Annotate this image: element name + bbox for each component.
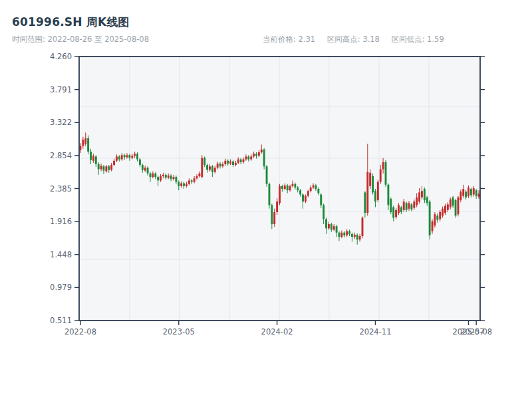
candle-body [287, 186, 289, 190]
candle-body [348, 231, 350, 234]
candle-body [408, 203, 410, 208]
candle-body [186, 184, 188, 186]
candle-body [380, 169, 382, 182]
candle-body [297, 188, 299, 190]
y-tick-label: 0.511 [50, 316, 72, 325]
candle-body [175, 177, 177, 182]
candle-body [432, 221, 434, 231]
candle-body [160, 176, 162, 180]
candle-body [261, 150, 263, 152]
candle-body [406, 203, 408, 210]
candle-body [317, 189, 319, 193]
candle-body [465, 192, 467, 197]
candle-body [126, 155, 128, 157]
candle-body [426, 198, 428, 203]
candle-body [281, 186, 283, 189]
x-tick-label: 2023-05 [163, 327, 195, 336]
kline-page: 601996.SH 周K线图 时间范围: 2022-08-26 至 2025-0… [0, 0, 532, 399]
candle-body [170, 176, 172, 179]
candle-body [150, 174, 152, 177]
candle-body [113, 161, 115, 165]
candle-body [263, 150, 265, 166]
candle-body [359, 236, 361, 239]
candle-body [447, 204, 449, 209]
x-tick-label: 2025-08 [460, 327, 492, 336]
candle-body [294, 184, 296, 188]
candle-body [403, 201, 405, 210]
candle-body [180, 184, 182, 186]
candle-body [194, 178, 196, 182]
y-tick-label: 1.448 [50, 250, 72, 259]
candle-body [410, 204, 412, 209]
candle-body [191, 180, 193, 182]
candle-body [273, 212, 275, 224]
candle-body [343, 233, 345, 235]
candle-body [302, 195, 304, 202]
candle-body [310, 188, 312, 191]
candle-body [299, 190, 301, 194]
candle-body [203, 158, 205, 165]
candle-body [307, 191, 309, 196]
candle-body [315, 186, 317, 189]
candle-body [351, 234, 353, 237]
candle-body [340, 233, 342, 237]
y-tick-label: 2.854 [50, 151, 72, 160]
candle-body [255, 154, 257, 156]
candle-body [377, 182, 379, 200]
candle-body [178, 182, 180, 186]
candle-body [467, 188, 469, 196]
candle-body [266, 166, 268, 184]
candle-body [372, 176, 374, 192]
candle-body [362, 217, 364, 236]
candle-body [292, 184, 294, 186]
candle-body [387, 185, 389, 205]
candle-body [206, 165, 208, 170]
candle-body [284, 186, 286, 189]
candle-body [369, 173, 371, 186]
x-tick-label: 2024-02 [261, 327, 293, 336]
candle-body [268, 184, 270, 205]
candle-body [84, 138, 86, 144]
candle-body [98, 164, 100, 169]
candle-body [253, 154, 255, 156]
candle-body [105, 166, 107, 171]
candle-body [136, 154, 138, 159]
candle-body [473, 188, 475, 195]
candle-body [457, 198, 459, 214]
candle-body [385, 162, 387, 185]
candle-body [95, 156, 97, 164]
candle-body [336, 226, 338, 233]
candle-body [152, 174, 154, 177]
candle-body [421, 191, 423, 198]
candle-body [227, 161, 229, 164]
candle-body [144, 168, 146, 170]
candle-body [196, 176, 198, 178]
candle-body [338, 233, 340, 237]
candle-body [325, 219, 327, 229]
candle-body [271, 205, 273, 224]
candle-body [142, 165, 144, 170]
candle-body [400, 207, 402, 212]
candle-body [211, 166, 213, 172]
kline-chart: 4.2603.7913.3222.8542.3851.9161.4480.979… [0, 0, 532, 399]
candle-body [165, 175, 167, 178]
candle-body [121, 155, 123, 159]
y-tick-label: 0.979 [50, 283, 72, 292]
candle-body [243, 160, 245, 162]
candle-body [237, 160, 239, 163]
candle-body [87, 138, 89, 152]
candle-body [108, 166, 110, 170]
candle-body [116, 156, 118, 160]
candle-body [444, 205, 446, 213]
candle-body [214, 168, 216, 172]
candle-body [245, 156, 247, 159]
candle-body [305, 196, 307, 201]
candle-body [398, 205, 400, 213]
candle-body [183, 184, 185, 186]
candle-body [455, 200, 457, 215]
candle-body [320, 195, 322, 205]
candle-body [250, 156, 252, 159]
candle-body [429, 201, 431, 235]
candle-body [478, 194, 480, 196]
candle-body [470, 189, 472, 196]
